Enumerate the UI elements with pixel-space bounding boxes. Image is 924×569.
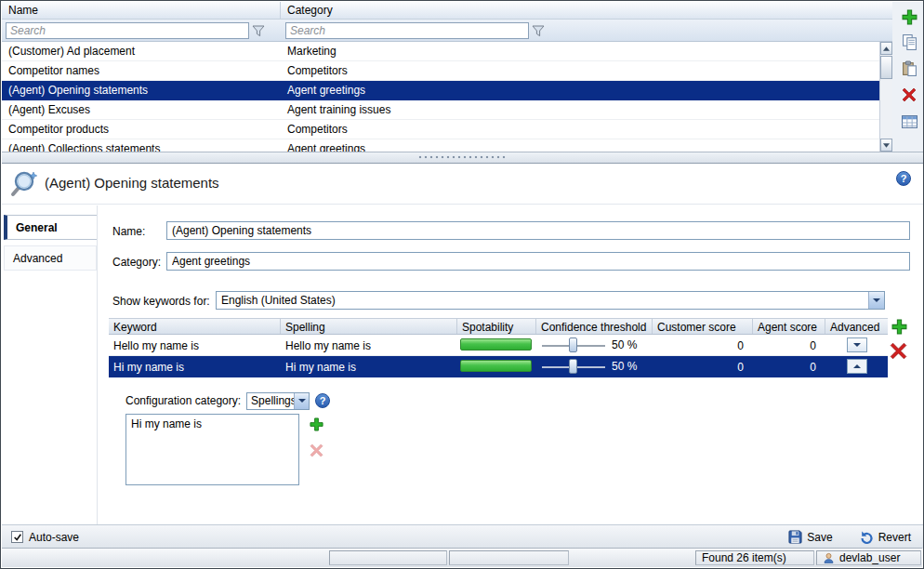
category-search-cell bbox=[281, 20, 892, 41]
funnel-icon bbox=[252, 25, 265, 37]
save-floppy-icon bbox=[788, 530, 802, 544]
details-header: (Agent) Opening statements ? bbox=[2, 164, 924, 205]
category-cell: Agent greetings bbox=[281, 142, 879, 152]
spellings-listbox[interactable]: Hi my name is bbox=[125, 414, 299, 485]
header-advanced[interactable]: Advanced bbox=[825, 319, 888, 334]
name-column-header[interactable]: Name bbox=[2, 2, 281, 19]
category-cell: Competitors bbox=[281, 64, 879, 77]
name-cell: Competitor names bbox=[2, 64, 281, 77]
delete-spelling-button[interactable] bbox=[310, 443, 323, 457]
keyword-row[interactable]: Hello my name is Hello my name is 50 % 0… bbox=[109, 335, 888, 356]
table-row[interactable]: Competitor names Competitors bbox=[2, 61, 879, 81]
keyword-row-selected[interactable]: Hi my name is Hi my name is 50 % 0 0 bbox=[109, 356, 888, 377]
delete-topic-button[interactable] bbox=[900, 86, 918, 104]
confidence-value: 50 % bbox=[607, 338, 637, 351]
add-keyword-button[interactable] bbox=[891, 319, 907, 335]
confidence-value: 50 % bbox=[607, 360, 637, 373]
tab-advanced[interactable]: Advanced bbox=[4, 245, 97, 271]
scroll-down-button[interactable] bbox=[880, 139, 892, 152]
category-filter-button[interactable] bbox=[529, 25, 545, 37]
keyword-list-panel: Name Category (Customer) Ad placement Ma… bbox=[2, 2, 892, 152]
user-icon bbox=[823, 552, 835, 564]
header-keyword[interactable]: Keyword bbox=[109, 319, 281, 334]
advanced-expand-button[interactable] bbox=[847, 337, 867, 352]
name-search-cell bbox=[2, 20, 281, 41]
name-field[interactable] bbox=[166, 221, 910, 240]
copy-button[interactable] bbox=[900, 33, 918, 51]
combo-arrow-button[interactable] bbox=[868, 292, 884, 309]
chevron-down-icon bbox=[873, 298, 880, 302]
table-row[interactable]: (Agent) Excuses Agent training issues bbox=[2, 100, 879, 120]
vertical-scrollbar[interactable] bbox=[879, 42, 892, 152]
configuration-category-label: Configuration category: bbox=[125, 394, 241, 407]
topic-list: (Customer) Ad placement Marketing Compet… bbox=[2, 42, 879, 152]
header-agent-score[interactable]: Agent score bbox=[753, 319, 825, 334]
revert-button[interactable]: Revert bbox=[855, 528, 915, 547]
status-segment-empty bbox=[570, 549, 694, 567]
status-bar: Found 26 item(s) devlab_user bbox=[2, 548, 922, 567]
slider-thumb[interactable] bbox=[569, 337, 577, 352]
language-select[interactable]: English (United States) bbox=[216, 291, 885, 310]
table-row-selected[interactable]: (Agent) Opening statements Agent greetin… bbox=[2, 81, 879, 100]
name-search-input[interactable] bbox=[6, 22, 249, 39]
configuration-category-select[interactable]: Spellings bbox=[246, 392, 310, 410]
header-spotability[interactable]: Spotability bbox=[457, 319, 536, 334]
help-glyph: ? bbox=[901, 174, 907, 184]
agent-score-cell: 0 bbox=[753, 356, 825, 377]
tab-general[interactable]: General bbox=[4, 215, 97, 240]
slider-thumb[interactable] bbox=[569, 359, 577, 374]
name-cell: (Agent) Opening statements bbox=[2, 84, 281, 97]
delete-keyword-button[interactable] bbox=[890, 342, 907, 360]
revert-arrow-icon bbox=[859, 530, 874, 545]
confidence-slider[interactable] bbox=[540, 335, 607, 356]
header-confidence-threshold[interactable]: Confidence threshold bbox=[536, 319, 653, 334]
save-button[interactable]: Save bbox=[785, 528, 836, 546]
category-column-header[interactable]: Category bbox=[281, 2, 892, 19]
help-glyph: ? bbox=[320, 396, 326, 406]
name-cell: (Customer) Ad placement bbox=[2, 45, 281, 58]
help-icon[interactable]: ? bbox=[896, 171, 911, 186]
autosave-checkbox[interactable] bbox=[11, 531, 23, 543]
chevron-down-icon bbox=[853, 343, 861, 347]
funnel-icon bbox=[532, 25, 545, 37]
details-tab-column: General Advanced bbox=[2, 205, 98, 524]
add-topic-button[interactable] bbox=[900, 7, 918, 26]
table-row[interactable]: (Customer) Ad placement Marketing bbox=[2, 42, 879, 61]
category-cell: Competitors bbox=[281, 123, 879, 136]
table-row[interactable]: (Agent) Collections statements Agent gre… bbox=[2, 139, 879, 152]
spotability-cell bbox=[457, 335, 536, 355]
header-spelling[interactable]: Spelling bbox=[281, 319, 457, 334]
header-customer-score[interactable]: Customer score bbox=[653, 319, 753, 334]
grid-icon bbox=[902, 114, 917, 130]
list-column-headers: Name Category bbox=[2, 2, 892, 20]
grid-view-button[interactable] bbox=[900, 112, 918, 131]
category-field[interactable] bbox=[166, 252, 910, 271]
category-search-input[interactable] bbox=[285, 22, 529, 39]
name-filter-button[interactable] bbox=[249, 25, 265, 37]
splitter-grip[interactable] bbox=[418, 155, 508, 159]
username: devlab_user bbox=[839, 551, 900, 564]
configuration-row: Configuration category: Spellings ? bbox=[125, 391, 330, 410]
confidence-slider[interactable] bbox=[540, 356, 607, 377]
advanced-collapse-button[interactable] bbox=[847, 359, 867, 374]
table-row[interactable]: Competitor products Competitors bbox=[2, 120, 879, 139]
scroll-thumb[interactable] bbox=[880, 56, 892, 79]
topic-magnifier-icon bbox=[9, 169, 39, 199]
revert-button-label: Revert bbox=[878, 531, 911, 544]
category-cell: Agent training issues bbox=[281, 103, 879, 116]
scroll-up-button[interactable] bbox=[880, 42, 892, 55]
add-spelling-button[interactable] bbox=[310, 417, 323, 431]
list-item[interactable]: Hi my name is bbox=[128, 417, 297, 431]
found-count-segment: Found 26 item(s) bbox=[695, 550, 814, 565]
spelling-cell: Hi my name is bbox=[281, 356, 457, 377]
combo-arrow-button[interactable] bbox=[294, 393, 309, 409]
details-footer: Auto-save Save Revert bbox=[2, 524, 924, 549]
splitter[interactable] bbox=[2, 152, 924, 164]
arrow-down-icon bbox=[883, 143, 890, 148]
category-cell: Marketing bbox=[281, 45, 879, 58]
help-icon[interactable]: ? bbox=[315, 393, 330, 408]
category-column-label: Category bbox=[287, 4, 333, 17]
paste-button[interactable] bbox=[900, 59, 918, 77]
copy-icon bbox=[902, 34, 917, 50]
autosave-label: Auto-save bbox=[29, 531, 79, 544]
